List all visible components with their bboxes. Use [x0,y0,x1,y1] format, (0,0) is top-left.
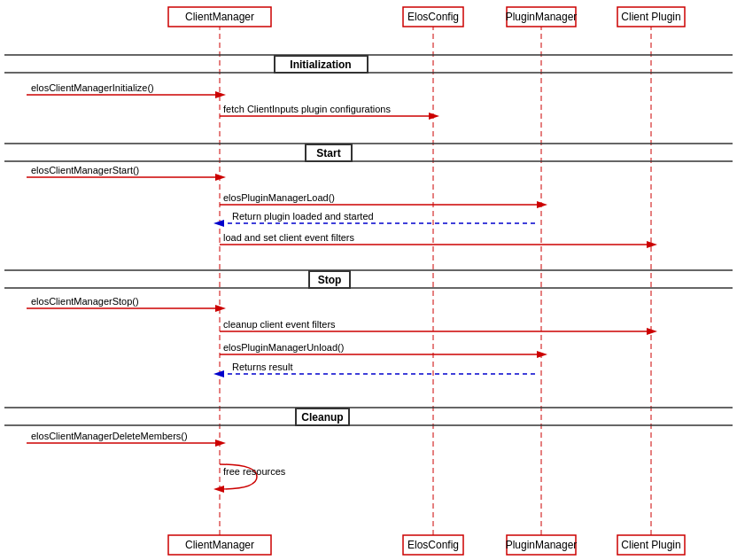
svg-text:Client Plugin: Client Plugin [621,11,680,23]
svg-marker-15 [429,113,439,120]
svg-text:elosClientManagerDeleteMembers: elosClientManagerDeleteMembers() [31,431,188,441]
svg-marker-13 [215,91,226,98]
svg-marker-33 [215,439,226,447]
svg-text:PluginManager: PluginManager [506,11,578,23]
svg-text:Return plugin loaded and start: Return plugin loaded and started [232,211,374,222]
svg-text:Start: Start [316,147,340,159]
svg-text:Initialization: Initialization [290,58,351,71]
svg-text:ElosConfig: ElosConfig [407,539,459,551]
svg-marker-23 [647,241,657,248]
svg-text:ClientManager: ClientManager [185,11,254,23]
svg-text:PluginManager: PluginManager [506,539,578,551]
svg-text:ClientManager: ClientManager [185,539,254,551]
diagram-svg: Initialization Start Stop Cleanup elosCl… [0,0,737,560]
svg-text:ElosConfig: ElosConfig [407,11,459,23]
svg-marker-34 [213,486,224,493]
svg-marker-21 [213,220,224,227]
svg-text:elosPluginManagerUnload(): elosPluginManagerUnload() [223,342,344,353]
svg-marker-17 [215,174,226,181]
svg-marker-31 [213,370,224,377]
svg-text:Stop: Stop [318,274,342,286]
sequence-diagram: Initialization Start Stop Cleanup elosCl… [0,0,737,560]
svg-marker-25 [215,305,226,312]
svg-text:Cleanup: Cleanup [301,411,343,424]
svg-text:free resources: free resources [223,466,286,477]
svg-text:cleanup client event filters: cleanup client event filters [223,319,336,330]
svg-marker-27 [647,328,657,335]
svg-marker-29 [537,351,547,358]
svg-text:fetch ClientInputs plugin conf: fetch ClientInputs plugin configurations [223,104,391,114]
svg-text:elosClientManagerStop(): elosClientManagerStop() [31,296,139,307]
svg-text:load and set client event filt: load and set client event filters [223,232,354,243]
svg-text:Client Plugin: Client Plugin [621,539,680,551]
svg-text:elosClientManagerInitialize(): elosClientManagerInitialize() [31,82,154,93]
svg-text:elosClientManagerStart(): elosClientManagerStart() [31,165,139,175]
svg-text:elosPluginManagerLoad(): elosPluginManagerLoad() [223,192,335,203]
svg-marker-19 [537,201,547,208]
svg-text:Returns result: Returns result [232,362,292,372]
